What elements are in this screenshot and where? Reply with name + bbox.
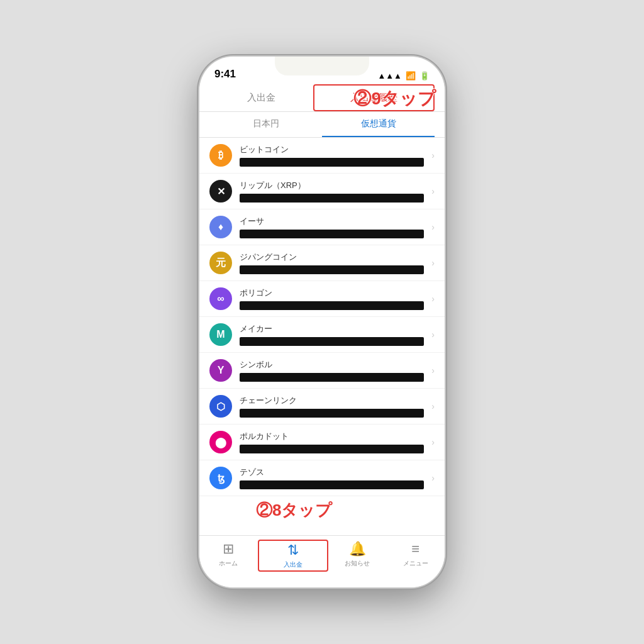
sub-tabs: 日本円 仮想通貨: [199, 112, 445, 138]
status-icons: ▲▲▲ 📶 🔋: [377, 71, 430, 80]
crypto-name-dot: ポルカドット: [240, 431, 424, 442]
redacted-bar-link: [240, 409, 424, 418]
chevron-icon-eth: ›: [431, 222, 435, 232]
nav-notice-label: お知らせ: [345, 559, 370, 568]
nav-menu-label: メニュー: [403, 559, 428, 568]
crypto-icon-eth: ♦: [209, 216, 232, 238]
crypto-icon-link: ⬡: [209, 395, 232, 418]
crypto-info-link: チェーンリンク: [240, 395, 424, 418]
redacted-bar-mkr: [240, 337, 424, 346]
crypto-item-jpy[interactable]: 元ジパングコイン›: [199, 245, 445, 281]
crypto-info-jpy: ジパングコイン: [240, 252, 424, 274]
crypto-item-link[interactable]: ⬡チェーンリンク›: [199, 389, 445, 425]
crypto-list: ₿ビットコイン›✕リップル（XRP）›♦イーサ›元ジパングコイン›∞ポリゴン›M…: [199, 138, 445, 535]
deposit-icon: ⇅: [287, 542, 299, 558]
crypto-name-matic: ポリゴン: [240, 287, 424, 299]
crypto-item-xrp[interactable]: ✕リップル（XRP）›: [199, 174, 445, 209]
crypto-info-xym: シンボル: [240, 359, 424, 382]
crypto-name-xym: シンボル: [240, 359, 424, 370]
crypto-name-eth: イーサ: [240, 216, 424, 227]
redacted-bar-xtz: [240, 480, 424, 489]
home-icon: ⊞: [223, 541, 234, 557]
phone-notch: [275, 57, 369, 75]
nav-deposit-label: 入出金: [284, 560, 303, 569]
crypto-info-mkr: メイカー: [240, 323, 424, 346]
crypto-item-dot[interactable]: ⬤ポルカドット›: [199, 425, 445, 460]
phone-frame: ②9タップ 9:41 ▲▲▲ 📶 🔋 入出金 入出金履歴 日本円 仮想通貨 ₿ビ…: [199, 57, 445, 587]
chevron-icon-btc: ›: [431, 150, 435, 160]
crypto-icon-jpy: 元: [209, 252, 232, 274]
chevron-icon-matic: ›: [431, 294, 435, 304]
header-tabs: 入出金 入出金履歴: [199, 84, 445, 112]
redacted-bar-xym: [240, 373, 424, 382]
crypto-info-xtz: テゾス: [240, 467, 424, 489]
chevron-icon-mkr: ›: [431, 330, 435, 340]
chevron-icon-link: ›: [431, 401, 435, 411]
bottom-nav: ⊞ ホーム ⇅ 入出金 🔔 お知らせ ≡ メニュー: [199, 535, 445, 587]
battery-icon: 🔋: [419, 71, 430, 80]
crypto-item-mkr[interactable]: Mメイカー›: [199, 317, 445, 353]
crypto-icon-xrp: ✕: [209, 180, 232, 203]
crypto-name-xtz: テゾス: [240, 467, 424, 478]
signal-icon: ▲▲▲: [377, 71, 402, 80]
redacted-bar-matic: [240, 301, 424, 310]
crypto-icon-btc: ₿: [209, 144, 232, 167]
redacted-bar-jpy: [240, 265, 424, 274]
crypto-item-eth[interactable]: ♦イーサ›: [199, 209, 445, 245]
crypto-info-dot: ポルカドット: [240, 431, 424, 453]
notice-icon: 🔔: [349, 541, 366, 557]
wifi-icon: 📶: [406, 71, 416, 80]
tab-jpy[interactable]: 日本円: [209, 112, 322, 137]
nav-home-label: ホーム: [219, 559, 238, 568]
crypto-name-link: チェーンリンク: [240, 395, 424, 406]
crypto-icon-mkr: M: [209, 323, 232, 346]
nav-deposit[interactable]: ⇅ 入出金: [258, 540, 329, 572]
redacted-bar-btc: [240, 158, 424, 167]
crypto-icon-dot: ⬤: [209, 431, 232, 453]
crypto-item-matic[interactable]: ∞ポリゴン›: [199, 281, 445, 317]
crypto-info-matic: ポリゴン: [240, 287, 424, 310]
chevron-icon-dot: ›: [431, 437, 435, 447]
crypto-info-xrp: リップル（XRP）: [240, 180, 424, 203]
redacted-bar-dot: [240, 445, 424, 453]
crypto-name-mkr: メイカー: [240, 323, 424, 335]
crypto-name-xrp: リップル（XRP）: [240, 180, 424, 191]
crypto-name-btc: ビットコイン: [240, 144, 424, 155]
chevron-icon-xym: ›: [431, 365, 435, 375]
tab-deposit[interactable]: 入出金: [209, 84, 313, 111]
nav-notice[interactable]: 🔔 お知らせ: [328, 541, 387, 568]
crypto-icon-xym: Y: [209, 359, 232, 382]
menu-icon: ≡: [411, 541, 419, 557]
crypto-item-xym[interactable]: Yシンボル›: [199, 353, 445, 389]
crypto-item-btc[interactable]: ₿ビットコイン›: [199, 138, 445, 174]
crypto-icon-matic: ∞: [209, 287, 232, 310]
crypto-item-xtz[interactable]: ꜩテゾス›: [199, 460, 445, 496]
redacted-bar-xrp: [240, 194, 424, 203]
crypto-name-jpy: ジパングコイン: [240, 252, 424, 263]
chevron-icon-jpy: ›: [431, 258, 435, 268]
crypto-icon-xtz: ꜩ: [209, 467, 232, 489]
crypto-info-btc: ビットコイン: [240, 144, 424, 167]
redacted-bar-eth: [240, 230, 424, 238]
chevron-icon-xtz: ›: [431, 473, 435, 483]
tab-crypto[interactable]: 仮想通貨: [322, 112, 435, 137]
chevron-icon-xrp: ›: [431, 186, 435, 196]
nav-menu[interactable]: ≡ メニュー: [387, 541, 445, 568]
crypto-info-eth: イーサ: [240, 216, 424, 238]
phone-screen: ②9タップ 9:41 ▲▲▲ 📶 🔋 入出金 入出金履歴 日本円 仮想通貨 ₿ビ…: [199, 57, 445, 587]
status-time: 9:41: [214, 68, 236, 80]
nav-home[interactable]: ⊞ ホーム: [199, 541, 258, 568]
tab-history[interactable]: 入出金履歴: [313, 84, 435, 111]
